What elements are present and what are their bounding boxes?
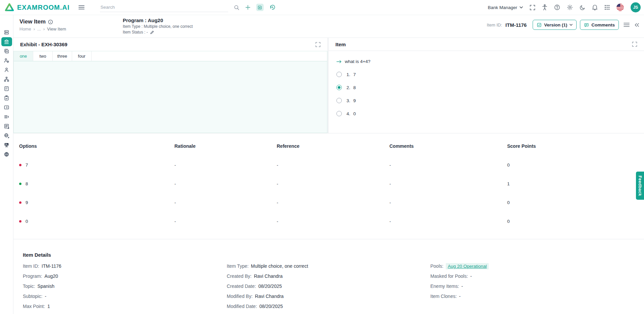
search-input[interactable] <box>100 3 228 12</box>
detail-label: Pools: <box>430 263 443 269</box>
tab-four[interactable]: four <box>72 51 92 61</box>
comments-cell: - <box>389 181 507 186</box>
comments-button[interactable]: Comments <box>580 20 619 30</box>
detail-label: Created Date: <box>227 284 256 289</box>
detail-value: - <box>459 294 461 299</box>
detail-label: Topic: <box>23 284 35 289</box>
sidebar-item-create-copy[interactable] <box>1 47 12 56</box>
sidebar-item-dashboard[interactable] <box>1 28 12 37</box>
list-view-icon[interactable] <box>624 22 630 27</box>
option-value: 8 <box>25 181 28 186</box>
apps-grid-icon[interactable] <box>604 5 610 10</box>
table-row: 7 - - - 0 <box>13 163 644 168</box>
comments-cell: - <box>389 200 507 205</box>
detail-value: Ravi Chandra <box>254 273 283 279</box>
sidebar-item-clipboard-check[interactable] <box>1 93 12 103</box>
answer-option: 4. 0 <box>336 111 644 116</box>
sidebar-item-list-panel[interactable] <box>1 122 12 131</box>
option-text: 8 <box>353 85 356 90</box>
item-panel: Item what is 4+4? 1. 7 <box>329 38 644 133</box>
tab-three[interactable]: three <box>53 51 72 61</box>
expand-icon[interactable] <box>315 42 321 47</box>
score-points-cell: 1 <box>507 181 644 186</box>
details-column-2: Item Type:Multiple choice, one correct C… <box>227 261 430 311</box>
sidebar-item-notes[interactable] <box>1 84 12 93</box>
sidebar-item-globe-settings[interactable] <box>1 131 12 140</box>
language-flag-icon[interactable] <box>616 4 624 11</box>
table-row: 9 - - - 0 <box>13 200 644 205</box>
detail-label: Masked for Pools: <box>430 273 468 279</box>
left-sidebar <box>0 15 13 314</box>
feedback-tab[interactable]: Feedback <box>636 172 644 200</box>
breadcrumb-ellipsis[interactable]: ... <box>37 26 41 32</box>
dark-mode-moon-icon[interactable] <box>580 5 585 10</box>
notifications-bell-icon[interactable] <box>592 4 598 10</box>
details-column-1: Item ID:ITM-1176 Program:Aug20 Topic:Spa… <box>23 261 227 311</box>
fullscreen-icon[interactable] <box>530 5 535 10</box>
add-icon[interactable] <box>245 5 251 10</box>
hamburger-menu-icon[interactable] <box>78 5 85 10</box>
sidebar-item-user[interactable] <box>1 65 12 74</box>
help-icon[interactable] <box>554 4 560 10</box>
sidebar-item-collapse-menu[interactable] <box>1 112 12 121</box>
detail-value: 1 <box>47 304 50 309</box>
detail-label: Enemy Items: <box>430 284 459 289</box>
radio-button[interactable] <box>336 111 342 116</box>
answer-status-dot <box>19 183 21 185</box>
role-label: Bank Manager <box>488 5 517 10</box>
option-text: 7 <box>353 72 356 77</box>
question-text: what is 4+4? <box>345 59 370 64</box>
save-icon[interactable] <box>256 4 264 11</box>
version-button[interactable]: Version (1) <box>533 20 577 30</box>
pool-link[interactable]: Aug 20 Operational <box>446 263 489 269</box>
detail-value: 08/20/2025 <box>259 304 283 309</box>
sidebar-item-user-settings[interactable] <box>1 56 12 65</box>
sidebar-item-id-card[interactable] <box>1 103 12 112</box>
rationale-cell: - <box>174 219 277 224</box>
search-icon[interactable] <box>234 5 239 10</box>
detail-label: Item Type: <box>227 263 249 269</box>
settings-gear-icon[interactable] <box>567 4 573 10</box>
comments-cell: - <box>389 219 507 224</box>
sidebar-item-kiosk[interactable] <box>1 140 12 149</box>
expand-icon[interactable] <box>632 42 637 47</box>
radio-button[interactable] <box>336 72 342 77</box>
role-selector[interactable]: Bank Manager <box>488 5 523 10</box>
reference-cell: - <box>277 181 389 186</box>
sidebar-item-item-bank[interactable] <box>1 37 12 46</box>
tab-two[interactable]: two <box>33 51 53 61</box>
collapse-panel-icon[interactable] <box>634 23 639 27</box>
answer-option: 2. 8 <box>336 85 644 90</box>
comment-bubble-icon <box>584 22 589 27</box>
tab-one[interactable]: one <box>14 51 33 61</box>
info-icon[interactable] <box>48 19 53 24</box>
edit-pencil-icon[interactable] <box>150 30 154 35</box>
reference-cell: - <box>277 163 389 168</box>
detail-value: Aug20 <box>45 273 58 279</box>
details-column-3: Pools: Aug 20 Operational Masked for Poo… <box>430 261 644 311</box>
avatar[interactable]: JS <box>631 2 641 12</box>
radio-button[interactable] <box>336 98 342 103</box>
item-id-label: Item ID: <box>487 22 502 27</box>
examroom-logo[interactable]: EXAMROOM.AI <box>5 3 70 12</box>
version-button-label: Version (1) <box>544 22 567 27</box>
sidebar-item-globe-grid[interactable] <box>1 150 12 159</box>
detail-label: Modified Date: <box>227 304 257 309</box>
accessibility-icon[interactable] <box>542 4 547 10</box>
detail-label: Item Clones: <box>430 294 457 299</box>
answer-option: 1. 7 <box>336 72 644 77</box>
radio-button[interactable] <box>336 85 342 90</box>
history-icon[interactable] <box>269 4 276 11</box>
score-points-cell: 0 <box>507 219 644 224</box>
option-number: 3. <box>346 98 350 103</box>
exhibit-tabs: one two three four <box>14 51 327 61</box>
reference-cell: - <box>277 219 389 224</box>
col-header-comments: Comments <box>389 143 507 149</box>
detail-label: Created By: <box>227 273 252 279</box>
breadcrumb-home[interactable]: Home <box>19 26 31 32</box>
sidebar-item-hierarchy[interactable] <box>1 75 12 84</box>
col-header-options: Options <box>19 143 174 149</box>
item-details-title: Item Details <box>23 252 644 258</box>
answer-option: 3. 9 <box>336 98 644 103</box>
detail-value: - <box>462 284 463 289</box>
